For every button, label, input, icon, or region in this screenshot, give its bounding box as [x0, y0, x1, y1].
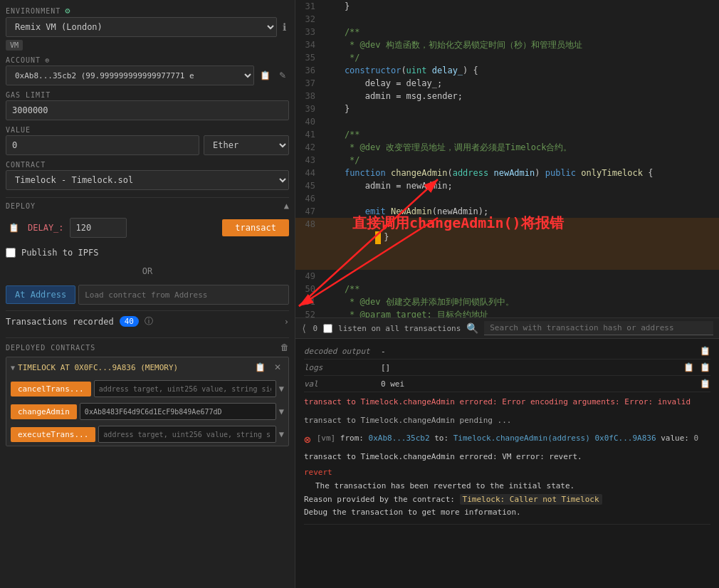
- code-line: 51 * @dev 创建交易并添加到时间锁队列中。: [295, 295, 719, 308]
- code-line: 33 /**: [295, 26, 719, 38]
- decoded-output-label: decoded output: [304, 347, 375, 356]
- delay-row: 📋 DELAY_:: [6, 218, 216, 238]
- terminal-content: decoded output - 📋 logs [] 📋 📋 val 0 wei…: [295, 339, 719, 588]
- contract-select-row: Timelock - Timelock.sol: [6, 170, 289, 190]
- execute-chevron-icon[interactable]: ▼: [279, 429, 284, 439]
- tx-entry: ⊗ [vm] from: 0xAb8...35cb2 to: Timelock.…: [304, 428, 710, 525]
- account-plus-icon[interactable]: ⊕: [45, 56, 50, 64]
- code-line: 37 delay = delay_;: [295, 77, 719, 90]
- val-label: val: [304, 379, 375, 389]
- code-line: 50 /**: [295, 283, 719, 295]
- contract-section: CONTRACT Timelock - Timelock.sol: [6, 161, 289, 190]
- tx-chevron-icon[interactable]: ›: [284, 317, 289, 327]
- account-label: ACCOUNT ⊕: [6, 56, 289, 64]
- delay-input[interactable]: [70, 218, 127, 238]
- copy-account-button[interactable]: 📋: [257, 69, 273, 82]
- logs-label: logs: [304, 363, 375, 372]
- gas-limit-input[interactable]: [6, 100, 289, 120]
- decoded-output-value: -: [381, 347, 694, 356]
- copy-decoded-icon[interactable]: 📋: [700, 346, 710, 356]
- code-line: 43 */: [295, 154, 719, 167]
- tx-left: Transactions recorded 40 ⓘ: [6, 315, 153, 327]
- load-address-input[interactable]: [78, 285, 289, 305]
- account-section: ACCOUNT ⊕ 0xAb8...35cb2 (99.999999999999…: [6, 56, 289, 85]
- search-tx-input[interactable]: [484, 321, 713, 335]
- logs-value: []: [381, 363, 678, 372]
- account-select[interactable]: 0xAb8...35cb2 (99.999999999999977771 e: [6, 65, 254, 85]
- deploy-label: DEPLOY: [6, 202, 36, 210]
- gas-limit-label: GAS LIMIT: [6, 91, 289, 99]
- revert-msg: The transaction has been reverted to the…: [304, 480, 710, 493]
- value-section: VALUE Ether Wei Gwei: [6, 126, 289, 155]
- copy-val-icon[interactable]: 📋: [700, 379, 710, 389]
- transact-button[interactable]: transact: [222, 219, 289, 236]
- environment-icon: ⚙: [65, 6, 70, 16]
- deploy-content: 📋 DELAY_: transact: [6, 214, 289, 242]
- value-unit-select[interactable]: Ether Wei Gwei: [204, 135, 289, 155]
- tx-detail: [vm] from: 0xAb8...35cb2 to: Timelock.ch…: [317, 432, 698, 445]
- transactions-label: Transactions recorded: [6, 317, 114, 327]
- code-line: 34 * @dev 构造函数，初始化交易锁定时间（秒）和管理员地址: [295, 38, 719, 51]
- val-value: 0 wei: [381, 379, 694, 389]
- code-line: 35 */: [295, 51, 719, 64]
- code-line: 42 * @dev 改变管理员地址，调用者必须是Timelock合约。: [295, 141, 719, 154]
- at-address-row: At Address: [6, 285, 289, 305]
- copy-contract-button[interactable]: 📋: [252, 361, 268, 374]
- change-admin-input[interactable]: [80, 403, 276, 420]
- code-line: 39 }: [295, 103, 719, 115]
- deploy-chevron-icon[interactable]: ▲: [284, 201, 289, 211]
- copy-deploy-button[interactable]: 📋: [6, 221, 22, 234]
- debug-msg: Debug the transaction to get more inform…: [304, 506, 710, 520]
- code-line: 32: [295, 13, 719, 26]
- contract-header[interactable]: ▼ TIMELOCK AT 0X0FC...9A836 (MEMORY) 📋 ✕: [6, 357, 288, 377]
- pending-message: transact to Timelock.changeAdmin pending…: [304, 413, 710, 428]
- reason-value: Timelock: Caller not Timelock: [460, 494, 602, 505]
- vm-info-button[interactable]: ℹ: [280, 20, 289, 34]
- collapse-icon[interactable]: ⟨: [301, 322, 307, 334]
- contract-select[interactable]: Timelock - Timelock.sol: [6, 170, 289, 190]
- listen-label: listen on all transactions: [338, 324, 461, 333]
- value-input[interactable]: [6, 135, 199, 155]
- tx-info-icon[interactable]: ⓘ: [145, 315, 153, 327]
- deploy-section: DEPLOY ▲ 📋 DELAY_: transact: [6, 196, 289, 242]
- cancel-chevron-icon[interactable]: ▼: [279, 384, 284, 394]
- listen-checkbox[interactable]: [323, 324, 332, 333]
- bottom-toolbar: ⟨ 0 listen on all transactions 🔍: [295, 318, 719, 339]
- right-panel: 31 } 32 33 /** 34 * @dev 构造函数，初始化交易锁定时间（…: [295, 0, 719, 588]
- code-line: 31 }: [295, 0, 719, 13]
- fn-row-execute: executeTrans... ▼: [6, 423, 288, 446]
- publish-label: Publish to IPFS: [21, 248, 98, 258]
- code-area: 31 } 32 33 /** 34 * @dev 构造函数，初始化交易锁定时间（…: [295, 0, 719, 317]
- at-address-button[interactable]: At Address: [6, 285, 75, 304]
- code-line: 49: [295, 270, 719, 283]
- code-line: 45 admin = newAdmin;: [295, 179, 719, 192]
- val-row: val 0 wei 📋: [304, 376, 710, 392]
- code-line: 36 constructor(uint delay_) {: [295, 64, 719, 77]
- execute-trans-input[interactable]: [98, 426, 275, 443]
- copy-logs-icon[interactable]: 📋: [683, 362, 694, 372]
- publish-checkbox[interactable]: [6, 248, 16, 258]
- changeadmin-chevron-icon[interactable]: ▼: [279, 406, 284, 416]
- execute-trans-button[interactable]: executeTrans...: [11, 427, 95, 442]
- edit-account-button[interactable]: ✎: [276, 69, 289, 82]
- revert-title: revert: [304, 468, 332, 477]
- code-line: 38 admin = msg.sender;: [295, 90, 719, 103]
- value-row: Ether Wei Gwei: [6, 135, 289, 155]
- trash-icon[interactable]: 🗑: [280, 342, 289, 352]
- cancel-trans-input[interactable]: [94, 380, 276, 397]
- code-line: 52 * @param target: 目标合约地址: [295, 308, 719, 318]
- delay-label: DELAY_:: [28, 223, 64, 233]
- close-contract-button[interactable]: ✕: [271, 361, 284, 374]
- code-line: 40: [295, 115, 719, 128]
- environment-section: ENVIRONMENT ⚙ Remix VM (London) ℹ VM: [6, 6, 289, 51]
- or-divider: OR: [6, 266, 289, 276]
- code-line: 44 function changeAdmin(address newAdmin…: [295, 167, 719, 179]
- change-admin-button[interactable]: changeAdmin: [11, 404, 77, 419]
- vm-select[interactable]: Remix VM (London): [6, 17, 277, 37]
- copy-logs2-icon[interactable]: 📋: [700, 362, 710, 372]
- contract-actions: 📋 ✕: [252, 361, 284, 374]
- cancel-trans-button[interactable]: cancelTrans...: [11, 382, 91, 397]
- error-message: transact to Timelock.changeAdmin errored…: [304, 392, 710, 413]
- deployed-label: Deployed Contracts: [6, 344, 95, 352]
- revert-block: transact to Timelock.changeAdmin errored…: [304, 451, 710, 520]
